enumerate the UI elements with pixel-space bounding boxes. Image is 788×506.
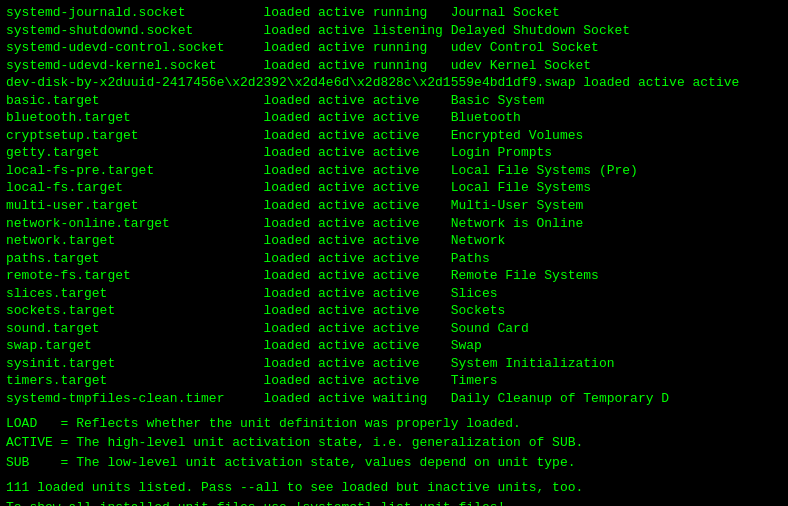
- terminal-line: systemd-shutdownd.socket loaded active l…: [6, 22, 782, 40]
- terminal-line: timers.target loaded active active Timer…: [6, 372, 782, 390]
- terminal-line: network.target loaded active active Netw…: [6, 232, 782, 250]
- legend-line: ACTIVE = The high-level unit activation …: [6, 433, 782, 453]
- summary-line: 111 loaded units listed. Pass --all to s…: [6, 478, 782, 498]
- terminal-line: slices.target loaded active active Slice…: [6, 285, 782, 303]
- terminal-line: sound.target loaded active active Sound …: [6, 320, 782, 338]
- terminal-line: remote-fs.target loaded active active Re…: [6, 267, 782, 285]
- terminal-line: multi-user.target loaded active active M…: [6, 197, 782, 215]
- terminal-window: systemd-journald.socket loaded active ru…: [0, 0, 788, 506]
- terminal-line: basic.target loaded active active Basic …: [6, 92, 782, 110]
- terminal-line: sysinit.target loaded active active Syst…: [6, 355, 782, 373]
- terminal-line: network-online.target loaded active acti…: [6, 215, 782, 233]
- terminal-line: bluetooth.target loaded active active Bl…: [6, 109, 782, 127]
- terminal-line: systemd-udevd-kernel.socket loaded activ…: [6, 57, 782, 75]
- legend-line: SUB = The low-level unit activation stat…: [6, 453, 782, 473]
- terminal-line: getty.target loaded active active Login …: [6, 144, 782, 162]
- terminal-line: systemd-udevd-control.socket loaded acti…: [6, 39, 782, 57]
- terminal-line: swap.target loaded active active Swap: [6, 337, 782, 355]
- terminal-line: dev-disk-by-x2duuid-2417456e\x2d2392\x2d…: [6, 74, 782, 92]
- summary-line: To show all installed unit files use 'sy…: [6, 498, 782, 506]
- legend-line: LOAD = Reflects whether the unit definit…: [6, 414, 782, 434]
- terminal-line: systemd-journald.socket loaded active ru…: [6, 4, 782, 22]
- terminal-line: paths.target loaded active active Paths: [6, 250, 782, 268]
- terminal-line: sockets.target loaded active active Sock…: [6, 302, 782, 320]
- terminal-line: local-fs.target loaded active active Loc…: [6, 179, 782, 197]
- terminal-line: local-fs-pre.target loaded active active…: [6, 162, 782, 180]
- terminal-line: cryptsetup.target loaded active active E…: [6, 127, 782, 145]
- terminal-line: systemd-tmpfiles-clean.timer loaded acti…: [6, 390, 782, 408]
